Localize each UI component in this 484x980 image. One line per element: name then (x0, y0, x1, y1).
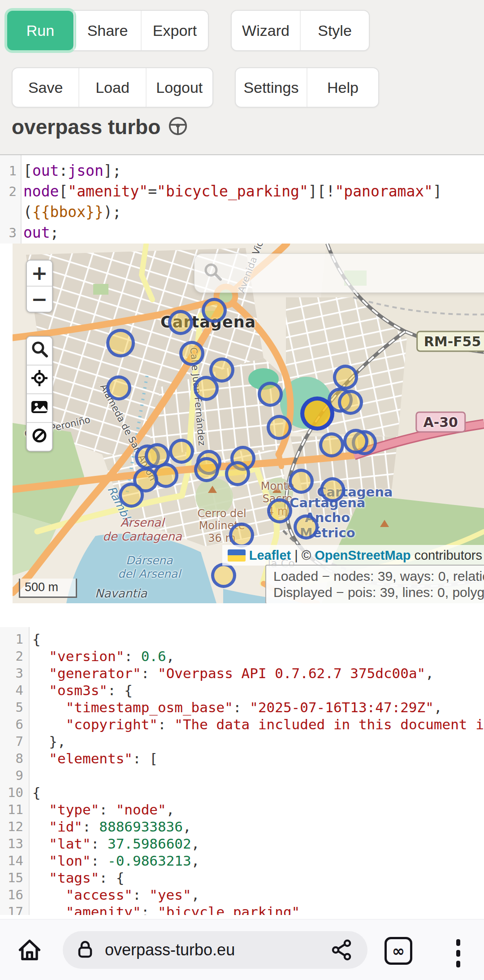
code-line: "generator": "Overpass API 0.7.62.7 375d… (29, 665, 434, 682)
data-status-overlay: Loaded − nodes: 39, ways: 0, relations: … (265, 565, 484, 603)
home-button[interactable] (16, 936, 43, 965)
map-marker[interactable] (320, 477, 345, 502)
export-button[interactable]: Export (141, 11, 208, 50)
line-number: 4 (0, 682, 29, 699)
code-line: "type": "node", (29, 801, 174, 818)
line-number: 1 (0, 631, 29, 648)
line-number: 2 (0, 648, 29, 665)
line-number: 13 (0, 835, 29, 852)
line-number: 14 (0, 852, 29, 869)
url-bar[interactable]: overpass-turbo.eu (63, 931, 367, 969)
line-number: 7 (0, 733, 29, 750)
map-marker[interactable] (106, 329, 135, 357)
button-group-save-load-logout: SaveLoadLogout (12, 67, 213, 108)
zoom-control: + − (26, 260, 53, 313)
map-marker[interactable] (194, 457, 219, 482)
ban-icon (29, 425, 50, 449)
share-button[interactable] (331, 939, 352, 963)
map-marker[interactable] (338, 390, 363, 415)
share-button[interactable]: Share (73, 11, 141, 50)
save-button[interactable]: Save (13, 68, 78, 107)
map-marker[interactable] (343, 429, 368, 454)
map-marker[interactable] (211, 563, 236, 588)
map-marker[interactable] (229, 523, 254, 548)
status-loaded: Loaded − nodes: 39, ways: 0, relations: … (273, 568, 484, 584)
style-button[interactable]: Style (300, 11, 369, 50)
openstreetmap-link[interactable]: OpenStreetMap (315, 548, 411, 563)
map-marker[interactable] (169, 439, 194, 464)
url-text: overpass-turbo.eu (105, 941, 235, 959)
map-marker[interactable] (106, 375, 131, 401)
map-marker[interactable] (119, 483, 144, 508)
line-number: 8 (0, 750, 29, 767)
zoom-out-button[interactable]: − (27, 286, 52, 312)
map-marker[interactable] (294, 514, 319, 540)
map-marker[interactable] (258, 382, 283, 407)
crosshair-icon (29, 368, 50, 392)
line-number (0, 202, 21, 222)
map-search-button[interactable] (27, 337, 52, 365)
map-marker[interactable] (289, 469, 314, 494)
button-group-run-share-export: RunShareExport (6, 10, 209, 51)
load-button[interactable]: Load (78, 68, 145, 107)
ukraine-flag-icon (228, 549, 246, 562)
code-line: node["amenity"="bicycle_parking"][!"pano… (21, 181, 442, 202)
code-line: "amenity": "bicycle_parking" (29, 903, 300, 915)
button-group-wizard-style: WizardStyle (231, 10, 370, 51)
run-button[interactable]: Run (7, 11, 73, 50)
editor-lines: 1[out:json];2node["amenity"="bicycle_par… (0, 155, 484, 243)
leaflet-map[interactable]: CartagenaAlameda de San AntónCalle Juan … (13, 244, 484, 603)
map-marker[interactable] (267, 498, 292, 523)
line-number: 6 (0, 716, 29, 733)
map-scale-bar: 500 m (19, 579, 77, 598)
line-number: 12 (0, 818, 29, 835)
app-title-row: overpass turbo (12, 116, 188, 138)
code-line: "lon": -0.9863213, (29, 852, 199, 869)
map-marker[interactable] (300, 396, 334, 431)
settings-button[interactable]: Settings (236, 68, 307, 107)
map-marker[interactable] (267, 415, 292, 440)
map-marker[interactable] (225, 461, 250, 486)
code-line (29, 767, 32, 784)
line-number: 16 (0, 886, 29, 903)
map-marker[interactable] (319, 432, 344, 457)
map-marker[interactable] (202, 298, 227, 323)
map-label: Navantia (95, 587, 147, 600)
leaflet-link[interactable]: Leaflet (249, 548, 291, 563)
line-number: 17 (0, 903, 29, 915)
map-tools-control (26, 336, 53, 452)
map-marker[interactable] (194, 376, 219, 401)
status-displayed: Displayed − pois: 39, lines: 0, polygons… (273, 584, 484, 601)
code-line: "id": 8886933836, (29, 818, 191, 835)
map-marker[interactable] (333, 365, 358, 390)
home-icon (16, 957, 43, 965)
result-json-viewer[interactable]: 1{2 "version": 0.6,3 "generator": "Overp… (0, 627, 484, 915)
map-marker[interactable] (168, 310, 193, 335)
line-number: 9 (0, 767, 29, 784)
code-line: "timestamp_osm_base": "2025-07-16T13:47:… (29, 699, 442, 716)
logout-button[interactable]: Logout (146, 68, 212, 107)
tabs-button[interactable]: ∞ (385, 937, 412, 965)
map-marker[interactable] (179, 341, 204, 366)
code-line: "osm3s": { (29, 682, 133, 699)
locate-button[interactable] (27, 365, 52, 393)
attribution-separator: | © (294, 548, 311, 563)
line-number: 3 (0, 665, 29, 682)
button-group-settings-help: SettingsHelp (235, 67, 379, 108)
code-line: { (29, 784, 41, 801)
code-line: "elements": [ (29, 750, 158, 767)
line-number: 5 (0, 699, 29, 716)
clear-results-button[interactable] (27, 422, 52, 451)
line-number: 10 (0, 784, 29, 801)
zoom-in-button[interactable]: + (27, 261, 52, 286)
wizard-button[interactable]: Wizard (232, 11, 300, 50)
top-toolbar: RunShareExport WizardStyle SaveLoadLogou… (0, 0, 484, 154)
query-editor[interactable]: 1[out:json];2node["amenity"="bicycle_par… (0, 155, 484, 244)
browser-menu-button[interactable] (456, 939, 460, 967)
line-number: 11 (0, 801, 29, 818)
imagery-button[interactable] (27, 393, 52, 422)
help-button[interactable]: Help (307, 68, 378, 107)
output-lines: 1{2 "version": 0.6,3 "generator": "Overp… (0, 627, 484, 915)
map-search-input[interactable] (194, 253, 484, 293)
code-line: "tags": { (29, 869, 124, 886)
